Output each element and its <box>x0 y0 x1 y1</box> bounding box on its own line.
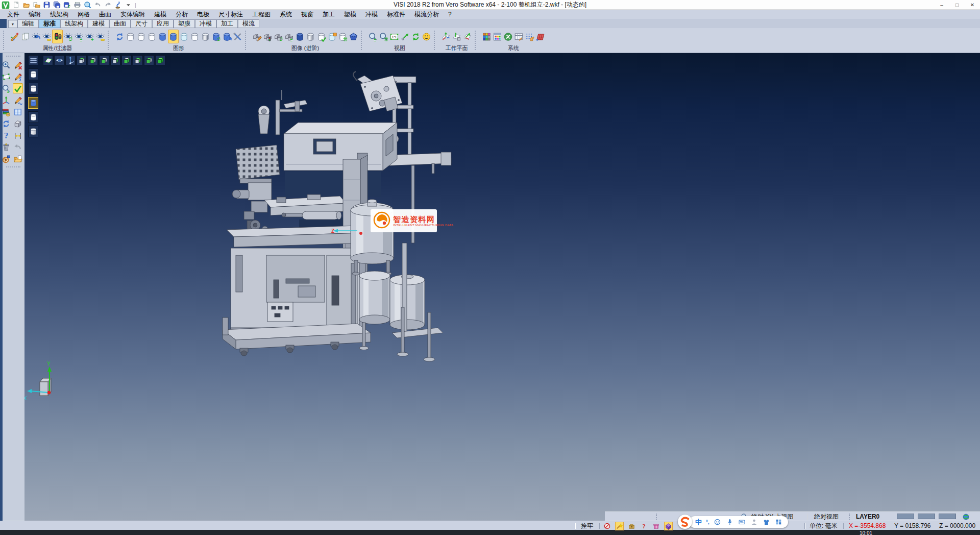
display-hatched-button[interactable] <box>28 126 38 137</box>
menu-item-12[interactable]: 视窗 <box>297 10 318 19</box>
refresh-render-button[interactable] <box>273 30 284 43</box>
toolbar-grip[interactable] <box>6 56 20 58</box>
menu-item-15[interactable]: 冲模 <box>361 10 382 19</box>
move-ucs-button[interactable] <box>1 95 11 105</box>
menu-item-1[interactable]: 编辑 <box>24 10 45 19</box>
refresh-visibility-button[interactable] <box>63 30 74 43</box>
rotate-view-button[interactable] <box>410 30 421 43</box>
ime-account-button[interactable] <box>750 518 758 526</box>
tab-6[interactable]: 应用 <box>152 19 174 28</box>
tab-7[interactable]: 塑膜 <box>174 19 195 28</box>
confirm-button[interactable] <box>13 83 23 93</box>
help-button[interactable]: ? <box>1 130 11 140</box>
edit-spline-button[interactable] <box>13 71 23 82</box>
wireframe-display-button[interactable] <box>125 30 136 43</box>
ime-keyboard-button[interactable] <box>738 518 746 526</box>
view-preferences-button[interactable] <box>421 30 432 43</box>
view-isometric-button[interactable] <box>144 55 154 65</box>
dashed-hidden-display-button[interactable] <box>146 30 157 43</box>
view-back-button[interactable] <box>110 55 120 65</box>
edit-render-bodies-button[interactable] <box>252 30 262 43</box>
addons-button[interactable] <box>652 522 660 530</box>
modify-attributes-button[interactable] <box>9 30 20 43</box>
axis-display-button[interactable] <box>65 55 76 65</box>
textured-shading-button[interactable] <box>305 30 316 43</box>
menu-item-5[interactable]: 实体编辑 <box>116 10 150 19</box>
menu-item-6[interactable]: 建模 <box>150 10 171 19</box>
minimize-button[interactable]: – <box>934 0 949 10</box>
tab-3[interactable]: 建模 <box>88 19 109 28</box>
show-entities-button[interactable] <box>31 30 41 43</box>
display-transparent-button[interactable] <box>28 111 38 123</box>
tab-9[interactable]: 加工 <box>216 19 238 28</box>
lock-toggle[interactable]: 拴牢 <box>581 521 593 530</box>
menu-item-11[interactable]: 系统 <box>275 10 297 19</box>
display-hidden-line-button[interactable] <box>28 83 38 94</box>
menu-item-7[interactable]: 分析 <box>171 10 192 19</box>
workplane-dynamic-button[interactable] <box>462 30 473 43</box>
display-wireframe-button[interactable] <box>28 68 38 80</box>
viewport-canvas[interactable]: Z Y X <box>24 53 980 521</box>
view-bottom-button[interactable] <box>88 55 98 65</box>
display-shaded-button[interactable] <box>28 97 38 109</box>
view-front-button[interactable] <box>99 55 109 65</box>
tab-1[interactable]: 标准 <box>39 19 60 28</box>
zoom-visible-button[interactable] <box>1 60 11 70</box>
view-mode-button[interactable]: 绝对视图 <box>814 512 839 521</box>
tab-4[interactable]: 曲面 <box>109 19 131 28</box>
context-help-button[interactable]: ? <box>640 522 648 530</box>
menu-item-3[interactable]: 网格 <box>73 10 94 19</box>
view-top-button[interactable] <box>77 55 87 65</box>
graphics-settings-button[interactable] <box>232 30 243 43</box>
zoom-all-button[interactable] <box>54 55 64 65</box>
solid-preview-button[interactable] <box>13 118 23 129</box>
view-right-button[interactable] <box>133 55 143 65</box>
rotate-section-button[interactable] <box>222 30 232 43</box>
tab-2[interactable]: 线架构 <box>60 19 88 28</box>
ime-punctuation-toggle[interactable]: °, <box>706 519 709 525</box>
toolbar-grip[interactable] <box>6 166 20 168</box>
undo-last-button[interactable] <box>13 142 23 152</box>
zoom-in-out-button[interactable]: ± <box>368 30 378 43</box>
mesh-display-button[interactable] <box>337 30 348 43</box>
maximize-button[interactable]: □ <box>949 0 965 10</box>
viewport[interactable]: Z Y X <box>24 53 980 521</box>
snap-settings-button[interactable] <box>524 30 535 43</box>
ime-emoji-button[interactable] <box>714 518 722 526</box>
view-shaded-iso-button[interactable] <box>155 55 165 65</box>
tab-0[interactable]: 编辑 <box>17 19 39 28</box>
snap-disable-button[interactable] <box>603 522 611 530</box>
tab-options-dropdown[interactable]: ▼ <box>8 20 17 28</box>
menu-item-14[interactable]: 塑模 <box>339 10 361 19</box>
invert-visibility-button[interactable]: ± <box>74 30 84 43</box>
menu-item-16[interactable]: 标准件 <box>382 10 410 19</box>
solid-shading-button[interactable] <box>295 30 305 43</box>
zoom-window-button[interactable] <box>378 30 389 43</box>
show-all-button[interactable]: + <box>84 30 95 43</box>
delete-button[interactable] <box>1 142 11 152</box>
tab-8[interactable]: 冲模 <box>195 19 216 28</box>
advanced-render-button[interactable] <box>348 30 359 43</box>
attribute-manager-button[interactable] <box>1 107 11 117</box>
solid-snap-mode-button[interactable] <box>664 522 673 530</box>
shaded-edges-display-button[interactable] <box>168 30 179 43</box>
menu-item-17[interactable]: 模流分析 <box>410 10 444 19</box>
measure-distance-button[interactable] <box>13 130 23 140</box>
refresh-graphics-button[interactable] <box>114 30 125 43</box>
edit-curve-button[interactable] <box>13 95 23 105</box>
close-button[interactable]: ✕ <box>965 0 980 10</box>
tab-5[interactable]: 尺寸 <box>131 19 152 28</box>
menu-item-0[interactable]: 文件 <box>3 10 24 19</box>
workplane-view-button[interactable] <box>43 55 53 65</box>
menu-item-9[interactable]: 尺寸标注 <box>214 10 248 19</box>
open-archive-button[interactable] <box>13 154 23 164</box>
smart-select-button[interactable] <box>615 522 624 530</box>
ribbon-grip[interactable] <box>3 31 7 50</box>
layer-colors-button[interactable] <box>481 30 492 43</box>
flat-display-button[interactable] <box>189 30 200 43</box>
shaded-display-button[interactable] <box>157 30 168 43</box>
tab-10[interactable]: 模流 <box>238 19 259 28</box>
selection-filters-button[interactable] <box>52 30 63 43</box>
transparent-display-button[interactable] <box>179 30 189 43</box>
toolbox-button[interactable] <box>627 522 636 530</box>
